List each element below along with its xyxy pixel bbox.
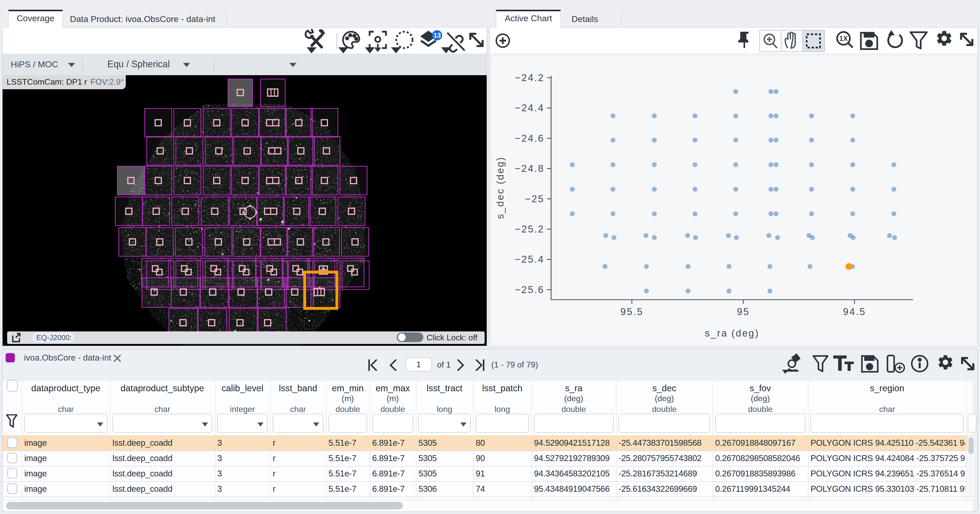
svg-text:−24.2: −24.2 <box>515 72 544 83</box>
svg-text:−25.4: −25.4 <box>515 254 544 265</box>
svg-text:−25: −25 <box>525 193 544 204</box>
svg-text:−25.6: −25.6 <box>515 284 544 295</box>
svg-text:−24.8: −24.8 <box>515 163 544 174</box>
svg-text:−24.6: −24.6 <box>515 133 544 144</box>
svg-text:−25.2: −25.2 <box>515 224 544 235</box>
svg-text:s_dec (deg): s_dec (deg) <box>495 156 506 219</box>
svg-text:95.5: 95.5 <box>620 306 643 317</box>
svg-text:94.5: 94.5 <box>843 306 866 317</box>
svg-text:s_ra (deg): s_ra (deg) <box>705 328 759 338</box>
svg-text:−24.4: −24.4 <box>515 102 544 113</box>
svg-text:95: 95 <box>737 306 750 317</box>
svg-text:1X: 1X <box>839 35 848 42</box>
svg-text:13: 13 <box>434 32 441 39</box>
